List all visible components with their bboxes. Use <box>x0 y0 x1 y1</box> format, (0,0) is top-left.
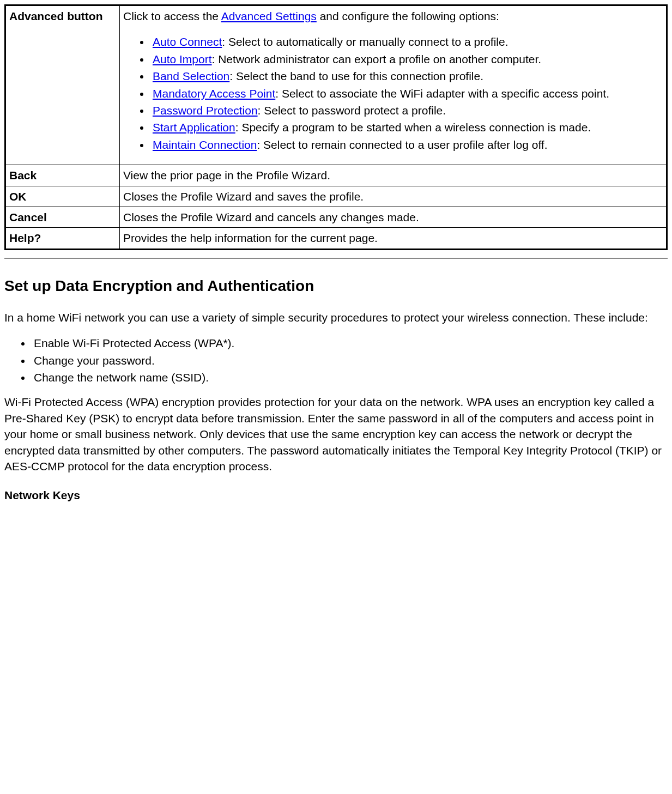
link-auto-connect[interactable]: Auto Connect <box>153 35 222 48</box>
row-desc-ok: Closes the Profile Wizard and saves the … <box>119 186 667 207</box>
table-row: Cancel Closes the Profile Wizard and can… <box>5 207 667 227</box>
row-desc-advanced-button: Click to access the Advanced Settings an… <box>119 5 667 165</box>
table-row: OK Closes the Profile Wizard and saves t… <box>5 186 667 207</box>
section-heading-encryption: Set up Data Encryption and Authenticatio… <box>4 275 668 296</box>
list-item: Change the network name (SSID). <box>32 369 668 385</box>
list-item: Enable Wi-Fi Protected Access (WPA*). <box>32 335 668 351</box>
advanced-options-list: Auto Connect: Select to automatically or… <box>123 34 663 153</box>
paragraph-wpa: Wi-Fi Protected Access (WPA) encryption … <box>4 394 668 474</box>
advanced-options-table: Advanced button Click to access the Adva… <box>4 4 668 250</box>
list-item: Maintain Connection: Select to remain co… <box>150 137 663 153</box>
link-band-selection[interactable]: Band Selection <box>153 70 229 82</box>
list-item: Change your password. <box>32 353 668 368</box>
link-advanced-settings[interactable]: Advanced Settings <box>221 10 317 22</box>
row-label-help: Help? <box>5 228 120 249</box>
list-item: Auto Connect: Select to automatically or… <box>150 34 663 50</box>
row-label-ok: OK <box>5 186 120 207</box>
security-procedures-list: Enable Wi-Fi Protected Access (WPA*). Ch… <box>4 335 668 385</box>
link-start-application[interactable]: Start Application <box>153 121 235 134</box>
subheading-network-keys: Network Keys <box>4 487 668 503</box>
list-item: Start Application: Specify a program to … <box>150 119 663 135</box>
table-row: Advanced button Click to access the Adva… <box>5 5 667 165</box>
link-maintain-connection[interactable]: Maintain Connection <box>153 138 257 151</box>
list-item: Auto Import: Network administrator can e… <box>150 51 663 67</box>
advanced-intro-suffix: and configure the following options: <box>317 10 499 22</box>
link-auto-import[interactable]: Auto Import <box>153 53 212 65</box>
table-row: Back View the prior page in the Profile … <box>5 165 667 186</box>
option-desc: : Network administrator can export a pro… <box>212 53 542 65</box>
option-desc: : Select the band to use for this connec… <box>229 70 483 82</box>
divider <box>4 258 668 259</box>
link-mandatory-access-point[interactable]: Mandatory Access Point <box>153 87 275 100</box>
row-desc-back: View the prior page in the Profile Wizar… <box>119 165 667 186</box>
row-label-cancel: Cancel <box>5 207 120 227</box>
option-desc: : Select to password protect a profile. <box>258 104 446 117</box>
row-label-back: Back <box>5 165 120 186</box>
advanced-intro-prefix: Click to access the <box>123 10 221 22</box>
table-row: Help? Provides the help information for … <box>5 228 667 249</box>
link-password-protection[interactable]: Password Protection <box>153 104 258 117</box>
row-desc-cancel: Closes the Profile Wizard and cancels an… <box>119 207 667 227</box>
option-desc: : Specify a program to be started when a… <box>235 121 591 134</box>
option-desc: : Select to remain connected to a user p… <box>257 138 547 151</box>
option-desc: : Select to associate the WiFi adapter w… <box>275 87 609 100</box>
row-label-advanced-button: Advanced button <box>5 5 120 165</box>
list-item: Band Selection: Select the band to use f… <box>150 68 663 84</box>
option-desc: : Select to automatically or manually co… <box>222 35 508 48</box>
row-desc-help: Provides the help information for the cu… <box>119 228 667 249</box>
list-item: Mandatory Access Point: Select to associ… <box>150 86 663 101</box>
list-item: Password Protection: Select to password … <box>150 102 663 118</box>
paragraph-intro: In a home WiFi network you can use a var… <box>4 310 668 325</box>
